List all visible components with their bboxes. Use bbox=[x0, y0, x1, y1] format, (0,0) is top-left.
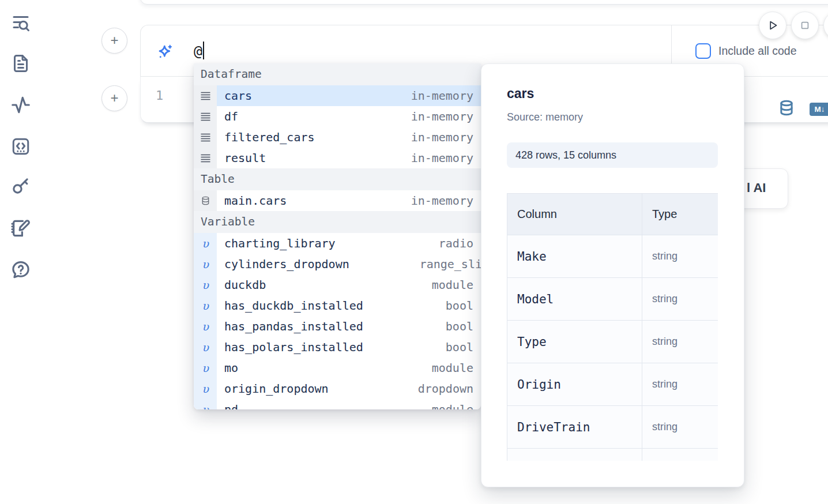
variable-icon: υ bbox=[202, 362, 209, 374]
autocomplete-item-cylinders-dropdown[interactable]: υ cylinders_dropdownrange_sli bbox=[194, 254, 481, 274]
autocomplete-item-has-pandas-installed[interactable]: υ has_pandas_installedbool bbox=[194, 316, 481, 337]
left-sidebar bbox=[0, 0, 42, 504]
stop-icon bbox=[797, 18, 812, 33]
preview-source: Source: memory bbox=[507, 111, 718, 123]
stop-button[interactable] bbox=[791, 12, 819, 39]
column-header: Column bbox=[507, 194, 642, 235]
table-row: Model string bbox=[507, 278, 718, 321]
variable-icon: υ bbox=[202, 299, 209, 312]
text-cursor bbox=[203, 42, 204, 59]
table-row: Make string bbox=[507, 235, 718, 278]
table-row: Origin string bbox=[507, 363, 718, 406]
preview-title: cars bbox=[507, 86, 718, 101]
type-header: Type bbox=[642, 194, 718, 235]
snippets-code-icon[interactable] bbox=[9, 135, 32, 158]
section-header-dataframe: Dataframe bbox=[194, 63, 481, 85]
activity-icon[interactable] bbox=[9, 93, 32, 116]
variable-icon: υ bbox=[202, 382, 209, 395]
play-icon bbox=[765, 18, 780, 33]
autocomplete-item-duckdb[interactable]: υ duckdbmodule bbox=[194, 274, 481, 295]
key-icon[interactable] bbox=[9, 174, 32, 197]
variable-icon: υ bbox=[202, 279, 209, 291]
include-all-code-option[interactable]: Include all code bbox=[695, 43, 797, 59]
autocomplete-item-main-cars[interactable]: main.carsin-memory bbox=[194, 190, 481, 211]
variable-icon: υ bbox=[202, 403, 209, 409]
include-all-code-label: Include all code bbox=[718, 44, 797, 58]
file-text-icon[interactable] bbox=[9, 52, 32, 75]
sparkles-ai-icon bbox=[156, 43, 174, 63]
line-number: 1 bbox=[156, 88, 163, 103]
ai-action-label: l AI bbox=[747, 180, 766, 195]
autocomplete-item-charting-library[interactable]: υ charting_libraryradio bbox=[194, 233, 481, 254]
dataframe-preview-panel: cars Source: memory 428 rows, 15 columns… bbox=[481, 63, 744, 487]
ai-prompt-text: @ bbox=[194, 43, 202, 59]
rows-icon bbox=[200, 112, 211, 122]
database-icon bbox=[201, 195, 210, 206]
autocomplete-item-result[interactable]: resultin-memory bbox=[194, 148, 481, 168]
section-header-table: Table bbox=[194, 168, 481, 190]
rows-icon bbox=[200, 91, 211, 101]
table-row: DriveTrain string bbox=[507, 406, 718, 449]
markdown-icon[interactable]: M↓ bbox=[810, 103, 828, 116]
preview-schema-table: Column Type Make string Model string Typ… bbox=[507, 193, 718, 461]
autocomplete-item-cars[interactable]: carsin-memory bbox=[194, 85, 481, 106]
preview-shape-badge: 428 rows, 15 columns bbox=[507, 142, 718, 168]
variable-icon: υ bbox=[202, 237, 209, 250]
autocomplete-dropdown: Dataframe carsin-memory dfin-memory filt… bbox=[194, 63, 481, 409]
database-icon[interactable] bbox=[778, 99, 795, 119]
scratchpad-icon[interactable] bbox=[9, 217, 32, 240]
add-cell-button[interactable]: + bbox=[101, 28, 127, 54]
autocomplete-item-filtered-cars[interactable]: filtered_carsin-memory bbox=[194, 127, 481, 148]
ai-prompt-input[interactable]: @ bbox=[194, 42, 204, 59]
help-chat-icon[interactable] bbox=[9, 258, 32, 281]
autocomplete-item-has-duckdb-installed[interactable]: υ has_duckdb_installedbool bbox=[194, 295, 481, 316]
add-cell-button[interactable]: + bbox=[101, 85, 127, 111]
list-search-icon[interactable] bbox=[9, 12, 32, 35]
section-header-variable: Variable bbox=[194, 211, 481, 233]
run-cell-button[interactable] bbox=[759, 12, 786, 39]
rows-icon bbox=[200, 133, 211, 142]
variable-icon: υ bbox=[202, 258, 209, 270]
variable-icon: υ bbox=[202, 341, 209, 353]
autocomplete-item-origin-dropdown[interactable]: υ origin_dropdowndropdown bbox=[194, 378, 481, 399]
autocomplete-item-has-polars-installed[interactable]: υ has_polars_installedbool bbox=[194, 337, 481, 358]
table-row-clipped bbox=[507, 449, 718, 461]
table-row: Type string bbox=[507, 321, 718, 363]
previous-cell-fragment bbox=[140, 0, 828, 5]
autocomplete-item-mo[interactable]: υ momodule bbox=[194, 358, 481, 378]
include-all-code-checkbox[interactable] bbox=[695, 43, 711, 59]
table-header-row: Column Type bbox=[507, 194, 718, 235]
autocomplete-item-pd[interactable]: υ pdmodule bbox=[194, 399, 481, 409]
variable-icon: υ bbox=[202, 320, 209, 333]
notebook-app: + + @ Include all code 1 bbox=[0, 0, 828, 504]
rows-icon bbox=[200, 153, 211, 163]
autocomplete-item-df[interactable]: dfin-memory bbox=[194, 106, 481, 127]
